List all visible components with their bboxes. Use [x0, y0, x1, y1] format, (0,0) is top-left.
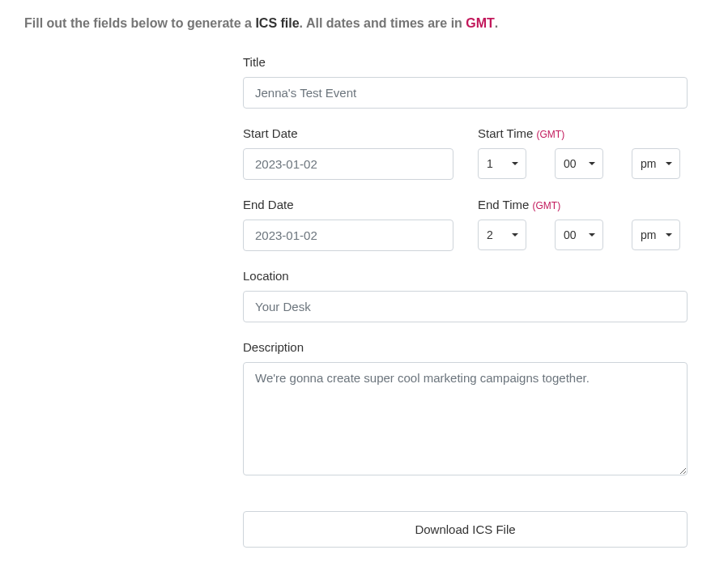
start-time-label: Start Time (GMT)	[478, 126, 688, 140]
start-ampm-select[interactable]: pm	[632, 148, 680, 179]
description-row: Description	[243, 340, 688, 479]
start-time-label-text: Start Time	[478, 126, 537, 140]
intro-prefix: Fill out the fields below to generate a	[24, 16, 255, 30]
end-time-label-text: End Time	[478, 198, 533, 211]
form-container: Title Start Date Start Time (GMT) 1 00	[24, 55, 704, 548]
end-time-col: End Time (GMT) 2 00 pm	[478, 198, 688, 251]
start-time-selects: 1 00 pm	[478, 148, 688, 179]
location-row: Location	[243, 269, 688, 322]
end-hour-wrapper: 2	[478, 220, 526, 250]
end-time-label: End Time (GMT)	[478, 198, 688, 211]
start-hour-select[interactable]: 1	[478, 148, 526, 179]
intro-text: Fill out the fields below to generate a …	[24, 16, 704, 31]
title-row: Title	[243, 55, 688, 109]
start-date-col: Start Date	[243, 126, 453, 180]
end-time-gmt: (GMT)	[533, 200, 561, 211]
end-date-label: End Date	[243, 198, 453, 211]
start-hour-wrapper: 1	[478, 148, 526, 179]
start-ampm-wrapper: pm	[632, 148, 680, 179]
title-label: Title	[243, 55, 688, 69]
intro-suffix: .	[495, 16, 498, 30]
end-date-col: End Date	[243, 198, 453, 251]
start-time-gmt: (GMT)	[537, 129, 565, 140]
description-label: Description	[243, 340, 688, 354]
end-minute-select[interactable]: 00	[555, 220, 603, 250]
end-ampm-wrapper: pm	[632, 220, 680, 250]
download-button[interactable]: Download ICS File	[243, 511, 688, 548]
intro-middle: . All dates and times are in	[300, 16, 466, 30]
end-date-input[interactable]	[243, 220, 453, 251]
start-time-col: Start Time (GMT) 1 00 pm	[478, 126, 688, 180]
start-minute-wrapper: 00	[555, 148, 603, 179]
start-date-input[interactable]	[243, 148, 453, 180]
description-textarea[interactable]	[243, 362, 688, 475]
start-minute-select[interactable]: 00	[555, 148, 603, 179]
intro-gmt: GMT	[466, 16, 495, 30]
end-time-selects: 2 00 pm	[478, 220, 688, 250]
end-hour-select[interactable]: 2	[478, 220, 526, 250]
end-minute-wrapper: 00	[555, 220, 603, 250]
start-date-label: Start Date	[243, 126, 453, 140]
start-datetime-row: Start Date Start Time (GMT) 1 00	[243, 126, 688, 180]
intro-ics: ICS file	[255, 16, 299, 30]
title-input[interactable]	[243, 77, 688, 109]
end-ampm-select[interactable]: pm	[632, 220, 680, 250]
location-input[interactable]	[243, 291, 688, 322]
location-label: Location	[243, 269, 688, 283]
end-datetime-row: End Date End Time (GMT) 2 00	[243, 198, 688, 251]
